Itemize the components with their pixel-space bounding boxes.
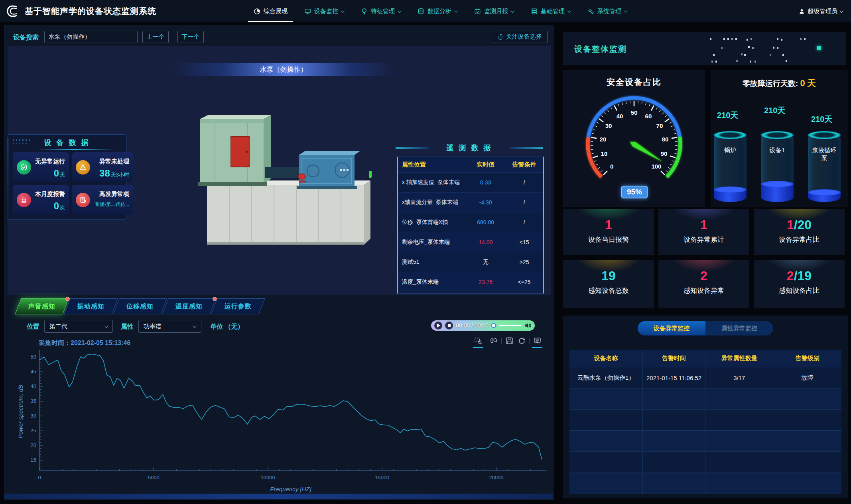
stat-sensor-ratio: 2/19 感知设备占比 <box>754 260 845 308</box>
nav-item-overview[interactable]: 综合展现 <box>254 0 288 22</box>
telemetry-row[interactable]: 位移_泵体首端X轴 686.00 / <box>398 212 543 232</box>
tab-sound-sense[interactable]: 声音感知 <box>15 298 69 314</box>
play-button[interactable] <box>434 322 442 329</box>
svg-text:30: 30 <box>605 122 612 129</box>
chevron-down-icon <box>567 9 571 13</box>
device-data-grid: 无异常运行 0天 异常未处理 38天3小时 本月度报 <box>13 152 121 214</box>
spectrum-chart[interactable]: 152025303540455005000100001500020000Powe… <box>16 346 551 502</box>
nav-item-feature-mgmt[interactable]: 特征管理 <box>361 0 401 22</box>
alarm-row[interactable]: 云酷水泵（勿操作1） 2021-01-15 11:06:52 3/17 故障 <box>569 367 841 388</box>
tab-displacement-sense[interactable]: 位移感知 <box>113 298 167 314</box>
main-nav: 综合展现 设备监控 特征管理 数据分析 监测月报 <box>254 0 627 22</box>
player-time: 00:00 / 00:00 <box>456 322 489 329</box>
zoom-restore-icon[interactable] <box>489 336 498 345</box>
device-data-header: 设 备 数 据 <box>8 135 126 150</box>
alarm-siren-icon <box>17 193 31 207</box>
zero-fault-card: 零故障运行天数: 0 天 210天 210天 210天 锅炉 设备1 浆液循环泵 <box>711 70 848 207</box>
telemetry-row[interactable]: 温度_泵体末端 23.75 <=25 <box>398 272 543 292</box>
user-menu[interactable]: 超级管理员 <box>799 0 843 22</box>
alarm-row-empty <box>569 431 841 452</box>
teal-square-decoration <box>817 46 821 50</box>
device-cylinder: 浆液循环泵 <box>808 133 841 202</box>
tab-device-anomaly-monitor[interactable]: 设备异常监控 <box>638 321 705 335</box>
telemetry-row[interactable]: x轴直流分量_泵体末端 -4.30 / <box>398 192 543 212</box>
attribute-select[interactable]: 功率谱 <box>138 320 201 333</box>
cylinder-top-ring <box>761 131 794 139</box>
telemetry-table: 属性位置 实时值 告警条件 x 轴加速度值_泵体末端 0.33 / x轴直流分量… <box>397 157 544 294</box>
device-data-title: 设 备 数 据 <box>44 138 90 147</box>
nav-item-device-monitor[interactable]: 设备监控 <box>304 0 344 22</box>
save-image-icon[interactable] <box>504 336 514 345</box>
stat-card-frequent-anomaly: 高发异常项 音频-第二代传... <box>72 185 133 215</box>
cylinder-liquid <box>761 184 794 202</box>
top-nav: 基于智能声学的设备状态监测系统 综合展现 设备监控 特征管理 数据分析 <box>0 0 851 22</box>
tab-running-params[interactable]: 运行参数 <box>211 298 265 314</box>
nav-item-monthly-report[interactable]: 监测月报 <box>474 0 514 22</box>
tab-vibration-sense[interactable]: 振动感知 <box>64 298 118 314</box>
cylinder-liquid <box>714 190 747 202</box>
chevron-down-icon <box>398 9 402 13</box>
dashboard-root: 基于智能声学的设备状态监测系统 综合展现 设备监控 特征管理 数据分析 <box>0 0 851 504</box>
cylinder-top-ring <box>808 131 841 139</box>
data-view-icon[interactable] <box>532 336 542 345</box>
alarm-row-empty <box>569 410 841 431</box>
telemetry-row[interactable]: 剩余电压_泵体末端 14.00 <15 <box>398 232 543 252</box>
nav-item-base-mgmt[interactable]: 基础管理 <box>531 0 571 22</box>
bulb-icon <box>361 8 368 15</box>
tab-temperature-sense[interactable]: 温度感知 <box>162 298 216 314</box>
paperclip-icon <box>498 34 504 40</box>
play-icon <box>437 324 440 328</box>
chevron-down-icon <box>454 9 458 13</box>
volume-icon[interactable] <box>524 322 532 329</box>
telemetry-row[interactable]: 测试51 无 >25 <box>398 252 543 272</box>
svg-text:15000: 15000 <box>375 475 389 480</box>
pump-3d-model[interactable] <box>184 112 383 251</box>
stat-anomaly-total: 1 设备异常累计 <box>658 209 749 255</box>
svg-text:Frequency [HZ]: Frequency [HZ] <box>270 486 311 492</box>
alarm-row-empty <box>569 452 841 473</box>
svg-text:30: 30 <box>31 413 36 419</box>
position-label: 位置 <box>27 323 39 331</box>
telemetry-row[interactable]: x 轴加速度值_泵体末端 0.33 / <box>398 172 543 192</box>
seek-handle[interactable] <box>491 323 496 328</box>
svg-text:5000: 5000 <box>148 475 160 480</box>
alarm-row-empty <box>569 473 841 494</box>
position-select[interactable]: 第二代 <box>44 320 113 333</box>
dashboard-icon <box>254 8 260 15</box>
alarm-table: 设备名称 告警时间 异常属性数量 告警级别 云酷水泵（勿操作1） 2021-01… <box>569 350 841 494</box>
dot-pattern-decoration <box>13 139 14 141</box>
chevron-down-icon <box>341 9 345 13</box>
device-cylinder: 锅炉 <box>714 133 747 202</box>
prev-device-button[interactable]: 上一个 <box>142 31 169 43</box>
telemetry-header-row: 属性位置 实时值 告警条件 <box>398 157 543 172</box>
svg-text:20000: 20000 <box>489 475 503 480</box>
svg-text:40: 40 <box>31 383 36 389</box>
dot-matrix-decoration <box>710 38 829 61</box>
svg-text:60: 60 <box>645 113 652 120</box>
tabs-divider <box>15 315 543 315</box>
next-device-button[interactable]: 下一个 <box>177 31 204 43</box>
focus-device-select-button[interactable]: 关注设备选择 <box>492 31 548 43</box>
cylinder-days-label: 210天 <box>764 105 785 116</box>
svg-text:25: 25 <box>31 428 36 433</box>
refresh-icon[interactable] <box>517 336 526 345</box>
app-logo-icon <box>6 4 20 19</box>
stat-sensor-total: 19 感知设备总数 <box>563 260 654 308</box>
nav-item-data-analysis[interactable]: 数据分析 <box>418 0 457 22</box>
seek-track[interactable] <box>499 325 522 326</box>
device-3d-viewer[interactable]: 水泵（勿操作） <box>8 46 551 295</box>
stop-button[interactable] <box>445 322 453 329</box>
toolbar-separator <box>501 338 502 344</box>
device-search-input[interactable] <box>44 31 138 43</box>
stop-icon <box>448 324 451 327</box>
svg-text:10000: 10000 <box>261 475 275 480</box>
chevron-down-icon <box>511 9 515 13</box>
tab-attribute-anomaly-monitor[interactable]: 属性异常监控 <box>705 321 773 335</box>
device-data-panel: 设 备 数 据 无异常运行 0天 异常未处理 <box>8 134 126 220</box>
device-cylinder: 设备1 <box>761 133 794 202</box>
stat-card-unhandled-anomaly: 异常未处理 38天3小时 <box>72 152 133 182</box>
cylinder-days-label: 210天 <box>811 114 832 125</box>
stat-sensor-anomaly: 2 感知设备异常 <box>658 260 749 308</box>
area-zoom-icon[interactable] <box>473 336 483 345</box>
nav-item-system-mgmt[interactable]: 系统管理 <box>587 0 627 22</box>
